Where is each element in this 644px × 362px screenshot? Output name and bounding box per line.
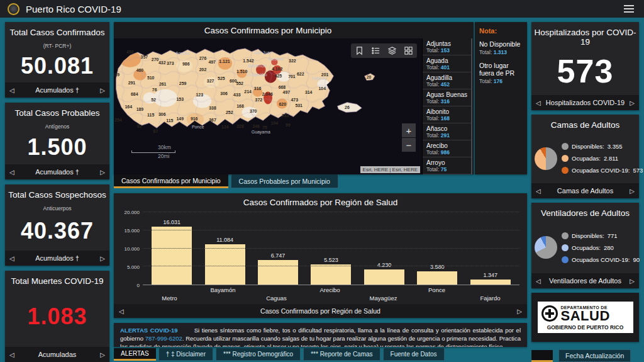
- legend-label: Ocupados COVID-19:: [572, 256, 630, 263]
- menu-icon[interactable]: [621, 3, 636, 15]
- map-place-label: Guaynabo: [247, 71, 267, 77]
- map-value-label: 2.046: [262, 91, 273, 97]
- municipality-list-scrollbar[interactable]: [471, 38, 472, 174]
- bottom-tab-active[interactable]: ALERTAS: [114, 348, 156, 361]
- prev-arrow-icon[interactable]: ◁: [536, 99, 541, 106]
- map-value-label: 473: [291, 96, 299, 103]
- stat-card-subtitle: Anticuerpos: [5, 205, 109, 212]
- legend-icon[interactable]: [371, 46, 380, 55]
- legend-row: Disponibles:3.355: [562, 143, 643, 150]
- bar-rect: [470, 280, 511, 285]
- chart-title: Casos Confirmados por Región de Salud: [114, 193, 527, 208]
- hospitalized-footer: ◁ Hospitalizados COVID-19 ▷: [531, 95, 639, 110]
- map-value-label: 452: [126, 48, 134, 55]
- basemap-icon[interactable]: [404, 46, 413, 55]
- zoom-in-button[interactable]: +: [402, 123, 416, 137]
- active-logo-tab[interactable]: [531, 350, 553, 362]
- bar-rect: [205, 244, 245, 285]
- stat-card: Total Casos Confirmados(RT- PCR+)50.081◁…: [5, 22, 109, 98]
- stat-card-title: Total Muertes COVID-19: [5, 271, 109, 286]
- bar-value-label: 3.580: [417, 264, 457, 270]
- map-tab-bar: Casos Confirmados por MunicipioCasos Pro…: [114, 174, 527, 188]
- stat-card-title: Total Casos Confirmados: [5, 22, 109, 37]
- x-category-label: Ponce: [428, 286, 445, 293]
- bookmark-icon[interactable]: [355, 46, 364, 55]
- map-value-label: 322: [289, 57, 296, 64]
- medical-cross-icon: [541, 305, 558, 322]
- y-tick-label: 5.000: [127, 264, 140, 270]
- gridline: [143, 248, 519, 249]
- prev-arrow-icon[interactable]: ◁: [119, 308, 124, 315]
- map-tab-active[interactable]: Casos Confirmados por Municipio: [114, 174, 228, 188]
- scale-km-label: 30km: [158, 144, 175, 150]
- map-value-label: 367: [209, 117, 216, 123]
- stat-card-footer: ◁Acumulados †▷: [5, 82, 109, 98]
- bar: 11.084: [205, 244, 245, 285]
- stat-card-footer: ◁Acumulados †▷: [5, 164, 109, 179]
- next-arrow-icon[interactable]: ▷: [100, 169, 105, 176]
- map-value-label: 139: [114, 71, 119, 77]
- stat-card-footer-label: Acumulados †: [35, 86, 79, 94]
- map-value-label: 701: [288, 73, 296, 79]
- map-tab[interactable]: Casos Probables por Municipio: [231, 174, 338, 188]
- prev-arrow-icon[interactable]: ◁: [9, 351, 14, 358]
- bar-value-label: 11.084: [205, 237, 245, 243]
- next-arrow-icon[interactable]: ▷: [630, 278, 635, 285]
- next-arrow-icon[interactable]: ▷: [517, 308, 522, 315]
- legend-value: 280: [604, 244, 614, 251]
- left-stat-column: Total Casos Confirmados(RT- PCR+)50.081◁…: [5, 22, 109, 362]
- beds-footer-label: Camas de Adultos: [557, 187, 613, 195]
- tab-fecha-actualizacion[interactable]: Fecha Actualización: [558, 349, 631, 362]
- next-arrow-icon[interactable]: ▷: [100, 351, 105, 358]
- ventilators-pie-chart: [535, 236, 557, 259]
- region-chart-panel: Casos Confirmados por Región de Salud 05…: [114, 193, 527, 318]
- bottom-tab[interactable]: *** Reporte de Camas: [303, 348, 380, 361]
- prev-arrow-icon[interactable]: ◁: [9, 169, 14, 176]
- map-value-label: 510: [147, 74, 155, 81]
- municipality-total-value: 401: [441, 64, 450, 71]
- legend-row: Ocupadas COVID-19:573: [562, 167, 643, 174]
- choropleth-map[interactable]: AreciboSan JuanCarolinaBayamónGuaynaboFa…: [114, 38, 422, 174]
- chart-y-axis: 05.00010.00015.00020.000: [119, 212, 143, 285]
- map-toolbar: [351, 43, 417, 58]
- bar-value-label: 6.747: [258, 252, 298, 259]
- stat-card-value: 40.367: [5, 212, 109, 251]
- next-arrow-icon[interactable]: ▷: [630, 188, 635, 195]
- vents-footer-label: Ventiladores de Adultos: [549, 277, 621, 285]
- map-place-label: Guayama: [252, 129, 271, 135]
- municipality-list[interactable]: AdjuntasTotal: 153AguadaTotal: 401Aguadi…: [422, 38, 471, 174]
- stat-card-footer: ◁Acumuladas▷: [5, 347, 109, 362]
- bar-rect: [311, 264, 351, 285]
- prev-arrow-icon[interactable]: ◁: [536, 278, 541, 285]
- y-tick-label: 15.000: [125, 228, 140, 234]
- bottom-tab[interactable]: † ‡ Disclaimer: [158, 348, 213, 361]
- municipality-name: Arecibo: [426, 142, 467, 149]
- stat-card: Total Casos SospechososAnticuerpos40.367…: [5, 184, 109, 266]
- prev-arrow-icon[interactable]: ◁: [9, 255, 14, 262]
- zoom-out-button[interactable]: −: [402, 138, 416, 152]
- map-value-label: 26: [345, 105, 350, 111]
- layers-icon[interactable]: [387, 46, 397, 55]
- gridline: [143, 230, 519, 230]
- bar: 4.230: [364, 269, 404, 285]
- nota-item-total-value: 1.313: [494, 49, 507, 55]
- next-arrow-icon[interactable]: ▷: [100, 255, 105, 262]
- nota-item-total: Total: 176: [479, 78, 523, 84]
- next-arrow-icon[interactable]: ▷: [100, 87, 105, 94]
- map-value-label: 525: [218, 75, 225, 81]
- stat-card: Total Muertes COVID-191.083◁Acumuladas▷: [5, 271, 109, 362]
- x-category-label: Fajardo: [480, 295, 500, 302]
- bar-value-label: 16.031: [152, 219, 192, 225]
- map-value-label: 202: [199, 66, 207, 72]
- next-arrow-icon[interactable]: ▷: [630, 99, 635, 106]
- alert-panel: ALERTAS COVID-19Si tienes síntomas como …: [114, 323, 527, 347]
- dashboard-layout: Total Casos Confirmados(RT- PCR+)50.081◁…: [0, 18, 644, 362]
- prev-arrow-icon[interactable]: ◁: [536, 188, 541, 195]
- bottom-tab[interactable]: *** Registro Demográfico: [216, 348, 301, 361]
- prev-arrow-icon[interactable]: ◁: [9, 87, 14, 94]
- map-value-label: 189: [136, 106, 144, 113]
- alert-phone-link[interactable]: 787-999-6202: [145, 335, 182, 342]
- logo-salud-line: SALUD: [561, 310, 610, 322]
- bottom-tab[interactable]: Fuente de Datos: [383, 348, 445, 361]
- legend-label: Disponibles:: [572, 143, 604, 150]
